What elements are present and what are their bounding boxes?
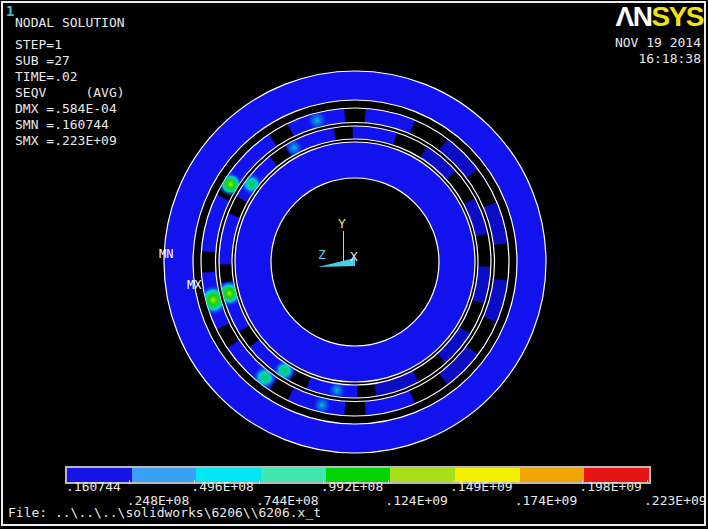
file-path-status: File: ..\..\..\solidworks\6206\\6206.x_t (8, 506, 321, 520)
colorbar-label: .992E+08 (321, 480, 384, 493)
colorbar-tick (517, 480, 518, 484)
colorbar-segment-7 (520, 468, 585, 482)
ansys-graphics-window: YZX 1 NODAL SOLUTION STEP=1 SUB =27 TIME… (0, 0, 708, 529)
ball-segment (490, 205, 501, 244)
date-label: NOV 19 2014 (615, 36, 701, 50)
colorbar-tick (129, 480, 130, 484)
min-node-label: MN (159, 248, 173, 261)
ansys-logo-an: ΛN (616, 1, 652, 32)
colorbar-tick (388, 480, 389, 484)
info-line-sub: SUB =27 (15, 54, 70, 68)
info-line-time: TIME=.02 (15, 70, 78, 84)
ball-segment (365, 397, 412, 408)
colorbar-label: .223E+09 (644, 494, 707, 507)
colorbar-tick (647, 480, 648, 484)
info-line-smn: SMN =.160744 (15, 118, 109, 132)
colorbar-label: .160744 (66, 480, 121, 493)
info-line-smx: SMX =.223E+09 (15, 134, 117, 148)
x-axis-label: X (350, 249, 358, 264)
info-line-step: STEP=1 (15, 38, 62, 52)
colorbar-label: .124E+09 (385, 494, 448, 507)
time-label: 16:18:38 (638, 52, 701, 66)
colorbar-label: .496E+08 (191, 480, 254, 493)
colorbar-segment-5 (390, 468, 455, 482)
colorbar-tick (259, 480, 260, 484)
plot-number: 1 (6, 3, 14, 19)
colorbar-label: .149E+09 (450, 480, 513, 493)
ball-segment (353, 132, 395, 138)
ball-segment (365, 116, 412, 127)
stress-hot-spot (312, 395, 332, 415)
ansys-logo: ΛNSYS (616, 2, 703, 32)
ball-segment (490, 280, 501, 319)
info-line-seqv: SEQV (AVG) (15, 86, 125, 100)
colorbar-label: .198E+09 (579, 480, 642, 493)
ansys-logo-sys: SYS (651, 1, 703, 32)
info-line-dmx: DMX =.584E-04 (15, 102, 117, 116)
colorbar-segment-3 (261, 468, 326, 482)
graphics-viewport[interactable]: YZX (0, 0, 708, 529)
ball-segment (225, 216, 234, 265)
max-node-label: MX (187, 279, 201, 292)
y-axis-label: Y (338, 216, 346, 231)
z-axis-label: Z (318, 247, 326, 262)
colorbar-segment-1 (132, 468, 197, 482)
info-line-title: NODAL SOLUTION (15, 16, 125, 30)
colorbar-label: .174E+09 (515, 494, 578, 507)
ball-segment (478, 267, 484, 303)
